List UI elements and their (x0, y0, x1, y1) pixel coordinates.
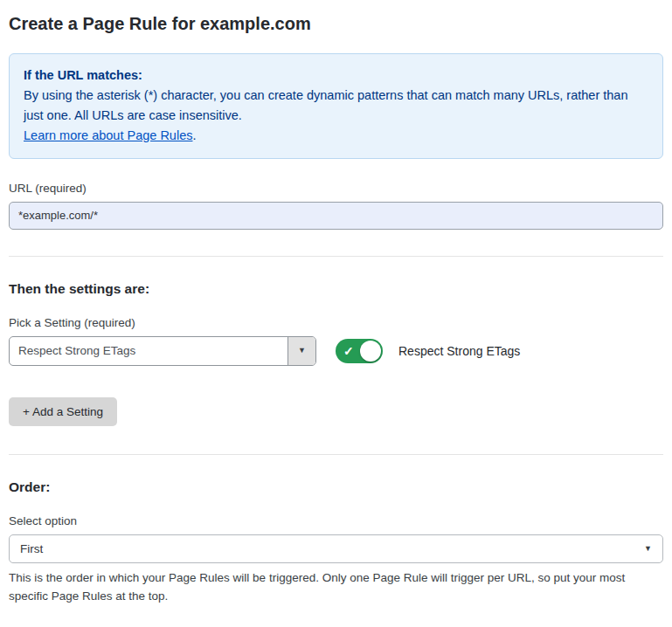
url-input[interactable] (9, 202, 663, 230)
toggle-knob (360, 341, 381, 362)
settings-heading: Then the settings are: (9, 281, 663, 297)
etags-toggle[interactable]: ✓ (336, 339, 383, 363)
setting-row: Respect Strong ETags ▼ ✓ Respect Strong … (9, 336, 663, 366)
toggle-label: Respect Strong ETags (398, 344, 520, 358)
order-label: Select option (9, 514, 663, 527)
setting-select-value: Respect Strong ETags (10, 337, 288, 365)
url-match-info-box: If the URL matches: By using the asteris… (9, 53, 663, 159)
chevron-down-icon: ▼ (298, 347, 306, 355)
add-setting-button[interactable]: + Add a Setting (9, 397, 117, 426)
section-divider (9, 454, 663, 455)
setting-select[interactable]: Respect Strong ETags ▼ (9, 336, 316, 366)
setting-select-caret-button[interactable]: ▼ (288, 337, 315, 365)
order-select-value: First (20, 542, 43, 555)
section-divider (9, 256, 663, 257)
info-box-body: By using the asterisk (*) character, you… (24, 86, 648, 126)
order-heading: Order: (9, 479, 663, 495)
info-link-line: Learn more about Page Rules. (24, 126, 648, 146)
page-title: Create a Page Rule for example.com (9, 14, 663, 34)
order-select[interactable]: First ▼ (9, 534, 663, 563)
create-page-rule-form: Create a Page Rule for example.com If th… (0, 0, 672, 627)
url-label: URL (required) (9, 182, 663, 195)
pick-setting-label: Pick a Setting (required) (9, 316, 663, 329)
info-box-heading: If the URL matches: (24, 65, 648, 86)
check-icon: ✓ (343, 344, 354, 358)
info-link-period: . (192, 128, 196, 142)
chevron-down-icon: ▼ (644, 545, 652, 553)
order-help-text: This is the order in which your Page Rul… (9, 569, 663, 606)
learn-more-link[interactable]: Learn more about Page Rules (24, 128, 192, 142)
